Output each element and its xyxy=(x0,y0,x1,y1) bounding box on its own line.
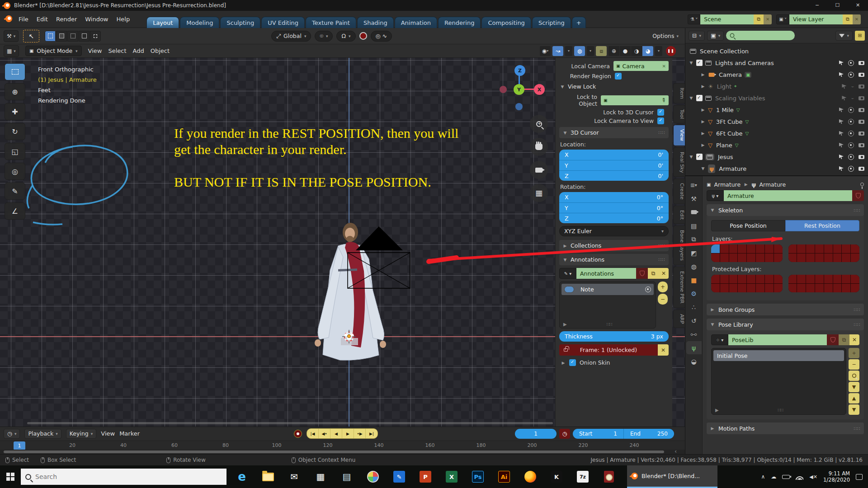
menu-help[interactable]: Help xyxy=(113,14,134,24)
clear-camera-icon[interactable]: ✕ xyxy=(662,64,666,69)
tab-modeling[interactable]: Modeling xyxy=(180,17,219,28)
new-collection-button[interactable]: ⊞ xyxy=(855,31,865,41)
firefox-icon[interactable] xyxy=(522,468,538,486)
list-expand-icon[interactable]: ▶ xyxy=(563,322,567,327)
view-layer-field[interactable]: View Layer xyxy=(789,14,843,24)
outliner-row-light[interactable]: ▶☀Light⌖ ⌣ xyxy=(685,80,868,92)
notepad-icon[interactable]: ▤ xyxy=(339,468,355,486)
outliner-row-6ft-cube[interactable]: ▶▽6Ft Cube▽ xyxy=(685,127,868,139)
tool-annotate[interactable]: ✎ xyxy=(5,183,25,200)
ebook-icon[interactable] xyxy=(601,468,617,486)
scene-properties-tab[interactable]: ◩ xyxy=(686,246,702,259)
taskbar-search[interactable] xyxy=(21,469,226,485)
move-pose-down-button[interactable]: ▼ xyxy=(849,404,859,415)
menu-edit[interactable]: Edit xyxy=(33,14,52,24)
apply-pose-button[interactable] xyxy=(849,371,859,381)
scene-icon[interactable]: ⚗ ᵛ xyxy=(688,14,700,24)
fake-user-shield-icon[interactable] xyxy=(852,190,864,201)
pose-specials-button[interactable]: ▼ xyxy=(849,382,859,392)
tool-dropdown[interactable]: ⚒ ▾ xyxy=(4,30,19,42)
outliner-editor-dropdown[interactable]: ⊟ ▾ xyxy=(689,31,705,41)
pause-render-button[interactable]: ❚❚ xyxy=(666,46,676,56)
tool-measure[interactable]: ∠ xyxy=(5,202,25,220)
bone-groups-panel-header[interactable]: ▶Bone Groups∷∷ xyxy=(707,304,864,315)
tab-tool[interactable]: Tool xyxy=(673,105,685,123)
rotation-order-dropdown[interactable]: XYZ Euler▾ xyxy=(559,226,669,236)
remove-pose-button[interactable]: − xyxy=(849,359,859,370)
lock-camera-view-checkbox[interactable] xyxy=(657,117,664,124)
outliner-row-3ft-cube[interactable]: ▶▽3Ft Cube▽ xyxy=(685,116,868,127)
current-frame-field[interactable]: 1 xyxy=(515,429,557,439)
volume-muted-icon[interactable]: ◀✕ xyxy=(809,474,817,480)
illustrator-icon[interactable]: Ai xyxy=(496,468,512,486)
marker-menu[interactable]: Marker xyxy=(119,430,140,437)
taskbar-clock[interactable]: 9:11 AM 1/28/2020 xyxy=(823,470,850,483)
pivot-point-dropdown[interactable]: ⌾ ▾ xyxy=(315,31,333,42)
collections-panel-header[interactable]: ▶Collections∷∷ xyxy=(559,240,669,251)
cursor-loc-z[interactable]: Z0' xyxy=(559,170,669,181)
gizmo-neg-z-axis[interactable] xyxy=(515,103,523,110)
menu-window[interactable]: Window xyxy=(81,14,112,24)
cursor-loc-x[interactable]: X0' xyxy=(559,150,669,160)
frame-clear-button[interactable]: ✕ xyxy=(658,344,669,356)
powerpoint-icon[interactable]: P xyxy=(417,468,434,486)
ortho-grid-button[interactable]: ▦ xyxy=(530,184,548,202)
tab-layout[interactable]: Layout xyxy=(146,17,179,28)
options-dropdown[interactable]: Options ▾ xyxy=(652,33,679,39)
pose-library-panel-header[interactable]: ▼Pose Library∷∷ xyxy=(707,319,864,330)
app-menu-icon[interactable] xyxy=(3,15,14,23)
visibility-eye-icon[interactable] xyxy=(848,60,854,66)
view-layer-properties-tab[interactable]: ⧉ xyxy=(686,233,702,246)
file-explorer-icon[interactable] xyxy=(260,468,276,486)
menu-render[interactable]: Render xyxy=(52,14,81,24)
tray-expand-icon[interactable]: ∧ xyxy=(761,474,765,480)
zoom-button[interactable] xyxy=(530,115,548,133)
excel-icon[interactable]: X xyxy=(443,468,460,486)
tab-animation[interactable]: Animation xyxy=(395,17,437,28)
remove-layer-button[interactable]: − xyxy=(658,294,668,305)
properties-editor-dropdown[interactable]: ▥▾ xyxy=(686,178,702,192)
eyedropper-icon[interactable]: ✎ xyxy=(660,96,668,104)
annotation-frame-bar[interactable]: Frame: 1 (Unlocked) ✕ xyxy=(559,344,669,356)
snap-magnet-button[interactable]: Ω ▾ xyxy=(336,31,355,42)
lock-to-object-field[interactable]: ▣✎ xyxy=(601,95,669,105)
tab-create[interactable]: Create xyxy=(673,178,685,204)
playhead-frame-chip[interactable]: 1 xyxy=(14,441,25,450)
new-scene-button[interactable]: ⧉ xyxy=(754,14,764,24)
tool-move[interactable]: ✚ xyxy=(5,103,25,120)
tab-shading[interactable]: Shading xyxy=(357,17,394,28)
outliner-row-scene-collection[interactable]: Scene Collection xyxy=(685,45,868,57)
copy-datablock-button[interactable]: ⧉ xyxy=(648,268,659,279)
paint-icon[interactable] xyxy=(365,468,381,486)
material-properties-tab[interactable]: ◒ xyxy=(686,355,702,368)
tab-extreme-pbr[interactable]: Extreme PBR xyxy=(673,267,685,308)
pen-app-icon[interactable]: ✎ xyxy=(391,468,407,486)
annotation-layer-note[interactable]: Note xyxy=(561,284,654,295)
gizmo-z-axis[interactable]: Z xyxy=(514,65,525,76)
tool-properties-tab[interactable]: ⚒ xyxy=(686,192,702,205)
select-mode-invert[interactable] xyxy=(79,31,90,42)
tab-view[interactable]: View xyxy=(673,125,685,145)
onion-skin-checkbox[interactable] xyxy=(569,359,576,366)
pan-hand-button[interactable] xyxy=(530,138,548,156)
local-camera-field[interactable]: ▣Camera✕ xyxy=(613,61,669,71)
edge-icon[interactable]: e xyxy=(234,468,250,486)
jump-to-end-button[interactable]: ▶| xyxy=(366,429,377,438)
play-reverse-button[interactable]: ◀ xyxy=(330,429,342,438)
new-view-layer-button[interactable]: ⧉ xyxy=(843,14,853,24)
menu-file[interactable]: File xyxy=(14,14,33,24)
select-mode-subtract[interactable] xyxy=(67,31,78,42)
shading-material[interactable]: ◑ xyxy=(631,46,642,56)
pose-position-button[interactable]: Pose Position xyxy=(711,220,785,231)
tab-rendering[interactable]: Rendering xyxy=(438,17,481,28)
playback-menu[interactable]: Playback ▾ xyxy=(24,429,61,439)
cursor-rot-y[interactable]: Y0° xyxy=(559,202,669,213)
armature-name-field[interactable]: Armature xyxy=(724,190,852,201)
fake-user-shield-icon[interactable] xyxy=(827,334,839,345)
shading-wireframe[interactable]: ⊕ xyxy=(609,46,619,56)
7zip-icon[interactable]: 7z xyxy=(575,468,591,486)
collection-checkbox[interactable] xyxy=(696,60,703,66)
rest-position-button[interactable]: Rest Position xyxy=(785,220,859,231)
maximize-button[interactable]: ☐ xyxy=(827,0,848,11)
record-toggle[interactable] xyxy=(359,32,367,40)
